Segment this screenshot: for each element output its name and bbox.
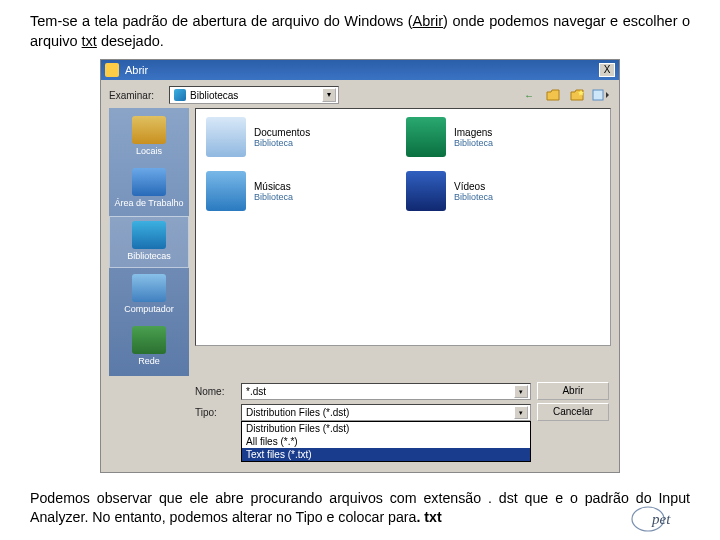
chevron-down-icon[interactable]: ▾ xyxy=(514,385,528,398)
filetype-value: Distribution Files (*.dst) xyxy=(246,407,349,418)
computer-icon xyxy=(132,274,166,302)
filetype-label: Tipo: xyxy=(195,407,235,418)
open-button[interactable]: Abrir xyxy=(537,382,609,400)
network-icon xyxy=(132,326,166,354)
close-button[interactable]: X xyxy=(599,63,615,77)
word-abrir: Abrir xyxy=(412,13,443,29)
dialog-toolbar: ← xyxy=(519,86,611,104)
sidebar-item-computador[interactable]: Computador xyxy=(109,270,189,320)
dialog-title: Abrir xyxy=(125,64,599,76)
sidebar-item-rede[interactable]: Rede xyxy=(109,322,189,372)
filetype-dropdown: Distribution Files (*.dst) All files (*.… xyxy=(241,421,531,462)
documents-library-icon xyxy=(206,117,246,157)
look-in-value: Bibliotecas xyxy=(190,90,238,101)
bold-ext-txt: . txt xyxy=(416,509,441,525)
filename-value: *.dst xyxy=(246,386,266,397)
svg-text:pet: pet xyxy=(651,511,671,527)
back-icon[interactable]: ← xyxy=(519,86,539,104)
outro-paragraph: Podemos observar que ele abre procurando… xyxy=(0,481,720,531)
library-imagens[interactable]: ImagensBiblioteca xyxy=(406,117,566,157)
libraries-icon xyxy=(174,89,186,101)
look-in-row: Examinar: Bibliotecas ▾ ← xyxy=(101,80,619,108)
chevron-down-icon[interactable]: ▾ xyxy=(514,406,528,419)
views-icon[interactable] xyxy=(591,86,611,104)
sidebar-item-locais[interactable]: Locais xyxy=(109,112,189,162)
look-in-label: Examinar: xyxy=(109,90,163,101)
folder-open-icon xyxy=(105,63,119,77)
word-txt: txt xyxy=(82,33,97,49)
library-documentos[interactable]: DocumentosBiblioteca xyxy=(206,117,366,157)
dialog-titlebar: Abrir X xyxy=(101,60,619,80)
look-in-combo[interactable]: Bibliotecas ▾ xyxy=(169,86,339,104)
libraries-side-icon xyxy=(132,221,166,249)
chevron-down-icon[interactable]: ▾ xyxy=(322,88,336,102)
filename-combo[interactable]: *.dst ▾ xyxy=(241,383,531,400)
up-one-level-icon[interactable] xyxy=(543,86,563,104)
filetype-option-txt[interactable]: Text files (*.txt) xyxy=(242,448,530,461)
dialog-bottom: Nome: *.dst ▾ Abrir Tipo: Distribution F… xyxy=(101,380,619,472)
cancel-button[interactable]: Cancelar xyxy=(537,403,609,421)
library-videos[interactable]: VídeosBiblioteca xyxy=(406,171,566,211)
new-folder-icon[interactable] xyxy=(567,86,587,104)
desktop-icon xyxy=(132,168,166,196)
file-list-pane[interactable]: DocumentosBiblioteca ImagensBiblioteca M… xyxy=(195,108,611,346)
filename-label: Nome: xyxy=(195,386,235,397)
pet-logo-icon: pet xyxy=(630,504,690,536)
recent-places-icon xyxy=(132,116,166,144)
places-sidebar: Locais Área de Trabalho Bibliotecas Comp… xyxy=(109,108,189,376)
library-musicas[interactable]: MúsicasBiblioteca xyxy=(206,171,366,211)
videos-library-icon xyxy=(406,171,446,211)
open-file-dialog: Abrir X Examinar: Bibliotecas ▾ ← L xyxy=(100,59,620,473)
svg-rect-0 xyxy=(593,90,603,100)
intro-paragraph: Tem-se a tela padrão de abertura de arqu… xyxy=(0,0,720,59)
sidebar-item-bibliotecas[interactable]: Bibliotecas xyxy=(109,216,189,268)
filetype-option-all[interactable]: All files (*.*) xyxy=(242,435,530,448)
sidebar-item-desktop[interactable]: Área de Trabalho xyxy=(109,164,189,214)
pictures-library-icon xyxy=(406,117,446,157)
filetype-combo[interactable]: Distribution Files (*.dst) ▾ Distributio… xyxy=(241,404,531,421)
music-library-icon xyxy=(206,171,246,211)
filetype-option-dst[interactable]: Distribution Files (*.dst) xyxy=(242,422,530,435)
